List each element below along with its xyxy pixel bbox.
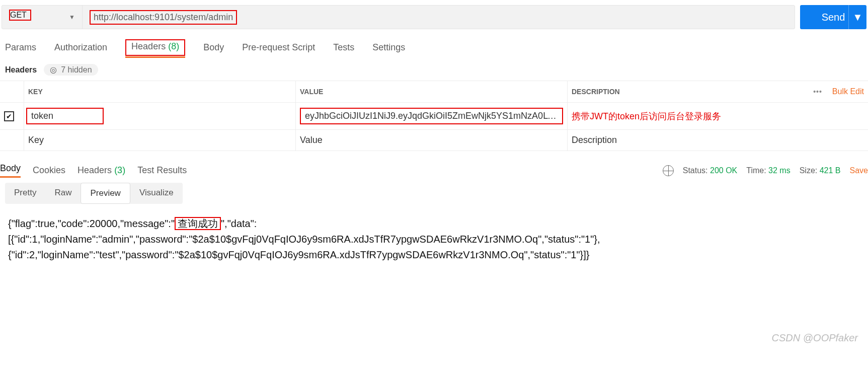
method-url-group: GET ▼ http://localhost:9101/system/admin [2, 5, 795, 29]
l1-pre: {"flag":true,"code":20000,"message":" [8, 218, 175, 229]
tab-prerequest[interactable]: Pre-request Script [242, 42, 315, 53]
globe-icon[interactable] [663, 165, 674, 176]
col-key: KEY [24, 81, 296, 102]
resp-headers-count: (3) [114, 165, 125, 175]
tab-body[interactable]: Body [203, 42, 224, 53]
view-raw[interactable]: Raw [45, 183, 81, 204]
preview-line-3: {"id":2,"loginName":"test","password":"$… [8, 247, 860, 263]
hidden-label: 7 hidden [61, 65, 92, 75]
tab-headers-count: (8) [168, 41, 179, 51]
tab-authorization[interactable]: Authorization [54, 42, 107, 53]
row-checkbox-cell: ✔ [0, 102, 24, 129]
row-value-highlight: eyJhbGciOiJIUzI1NiJ9.eyJqdGkiOiI5ZmEwNjk… [300, 108, 563, 124]
tab-settings[interactable]: Settings [372, 42, 405, 53]
l1-post: ","data": [221, 218, 257, 229]
method-highlight: GET [9, 10, 31, 21]
table-row-placeholder: Key Value Description [0, 129, 868, 151]
url-highlight: http://localhost:9101/system/admin [90, 10, 237, 25]
table-row: ✔ token eyJhbGciOiJIUzI1NiJ9.eyJqdGkiOiI… [0, 102, 868, 129]
tab-params[interactable]: Params [5, 42, 36, 53]
hidden-toggle[interactable]: ◎ 7 hidden [44, 64, 98, 76]
col-desc-label: DESCRIPTION [572, 88, 620, 96]
eye-icon: ◎ [50, 65, 57, 75]
method-label: GET [10, 11, 27, 19]
row-value: eyJhbGciOiJIUzI1NiJ9.eyJqdGkiOiI5ZmEwNjk… [305, 111, 563, 121]
send-label: Send [822, 12, 845, 23]
request-bar: GET ▼ http://localhost:9101/system/admin… [0, 0, 868, 33]
response-preview: {"flag":true,"code":20000,"message":"查询成… [0, 213, 868, 266]
row-key-cell[interactable]: token [24, 102, 296, 129]
preview-line-2: [{"id":1,"loginName":"admin","password":… [8, 232, 860, 247]
bulk-edit-button[interactable]: Bulk Edit [832, 87, 864, 96]
resp-tab-headers[interactable]: Headers (3) [77, 165, 125, 176]
resp-tab-test-results[interactable]: Test Results [137, 165, 187, 176]
view-tabs: Pretty Raw Preview Visualize [5, 183, 183, 204]
table-header-row: KEY VALUE DESCRIPTION ••• Bulk Edit [0, 81, 868, 102]
l1-msg: 查询成功 [175, 217, 221, 230]
row-key-highlight: token [26, 108, 104, 124]
url-text: http://localhost:9101/system/admin [94, 12, 233, 22]
view-preview[interactable]: Preview [81, 183, 130, 204]
tab-tests[interactable]: Tests [333, 42, 354, 53]
status-value: 200 OK [710, 166, 737, 175]
chevron-down-icon: ▼ [69, 14, 75, 21]
row-value-cell[interactable]: eyJhbGciOiJIUzI1NiJ9.eyJqdGkiOiI5ZmEwNjk… [296, 102, 568, 129]
send-button[interactable]: Send ▼ [800, 5, 866, 29]
headers-title: Headers [5, 65, 37, 75]
resp-headers-label: Headers [77, 165, 112, 175]
method-select[interactable]: GET ▼ [2, 6, 83, 29]
row-desc-cell[interactable]: 携带JWT的token后访问后台登录服务 [568, 102, 868, 129]
ph-desc[interactable]: Description [568, 129, 868, 151]
more-icon[interactable]: ••• [813, 88, 822, 96]
row-key: token [31, 111, 53, 121]
status-group: Status: 200 OK [683, 166, 738, 175]
time-group: Time: 32 ms [746, 166, 790, 175]
response-meta: Status: 200 OK Time: 32 ms Size: 421 B S… [663, 165, 868, 176]
col-value: VALUE [296, 81, 568, 102]
time-label: Time: [746, 166, 766, 175]
ph-value[interactable]: Value [296, 129, 568, 151]
size-label: Size: [800, 166, 818, 175]
size-value: 421 B [820, 166, 841, 175]
ph-key[interactable]: Key [24, 129, 296, 151]
col-desc: DESCRIPTION ••• Bulk Edit [568, 81, 868, 102]
resp-tab-cookies[interactable]: Cookies [33, 165, 65, 176]
size-group: Size: 421 B [800, 166, 841, 175]
url-input[interactable]: http://localhost:9101/system/admin [83, 6, 795, 29]
col-checkbox [0, 81, 24, 102]
response-tabs: Body Cookies Headers (3) Test Results St… [0, 151, 868, 178]
row-checkbox[interactable]: ✔ [4, 111, 14, 121]
headers-table: KEY VALUE DESCRIPTION ••• Bulk Edit ✔ to… [0, 81, 868, 151]
view-visualize[interactable]: Visualize [130, 183, 183, 204]
headers-strip: Headers ◎ 7 hidden [0, 56, 868, 81]
save-button[interactable]: Save [850, 166, 868, 175]
status-label: Status: [683, 166, 708, 175]
row-desc-annotation: 携带JWT的token后访问后台登录服务 [572, 110, 721, 122]
resp-tab-body[interactable]: Body [0, 163, 21, 178]
tab-headers-label: Headers [131, 41, 166, 51]
view-pretty[interactable]: Pretty [5, 183, 45, 204]
request-tabs: Params Authorization Headers (8) Body Pr… [0, 33, 868, 56]
preview-line-1: {"flag":true,"code":20000,"message":"查询成… [8, 216, 860, 232]
send-caret[interactable]: ▼ [848, 5, 866, 29]
time-value: 32 ms [768, 166, 791, 175]
ph-checkbox [0, 129, 24, 151]
tab-headers[interactable]: Headers (8) [125, 39, 185, 56]
